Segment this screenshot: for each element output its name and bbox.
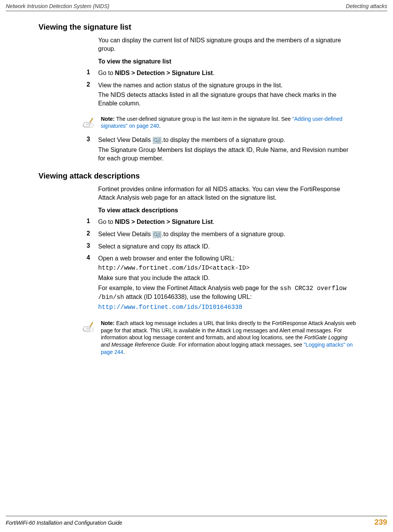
step-content: Open a web browser and enter the followi… [98,254,356,314]
step-text: View the names and action status of the … [98,81,356,90]
note-block: Note: Each attack log message includes a… [81,320,356,356]
header-left: Network Intrusion Detection System (NIDS… [6,3,109,9]
step-number: 2 [87,81,98,109]
header-rule [6,11,387,11]
step-text-fragment: Select View Details [98,137,152,143]
step-text-fragment: .to display the members of a signature g… [162,137,285,143]
step-number: 3 [87,242,98,251]
step-text-fragment: attack (ID 101646338), use the following… [124,294,252,300]
step-text: The NIDS detects attacks listed in all t… [98,91,356,107]
intro-paragraph: You can display the current list of NIDS… [98,36,356,53]
step-number: 1 [87,218,98,226]
view-details-icon [153,231,161,238]
nav-path: NIDS > Detection > Signature List [115,218,213,225]
note-body: For information about logging attack mes… [177,342,304,348]
header-right: Detecting attacks [346,3,387,9]
step-text: Open a web browser and enter the followi… [98,254,356,263]
step-content: Go to NIDS > Detection > Signature List. [98,218,356,226]
step-content: Go to NIDS > Detection > Signature List. [98,69,356,77]
step-row: 2 View the names and action status of th… [87,81,356,109]
step-row: 3 Select a signature and copy its attack… [87,242,356,251]
note-body: The user-defined signature group is the … [116,116,293,122]
step-number: 3 [87,136,98,164]
intro-paragraph: Fortinet provides online information for… [98,185,356,202]
step-row: 1 Go to NIDS > Detection > Signature Lis… [87,69,356,77]
note-icon [81,320,95,333]
svg-rect-1 [84,122,90,127]
step-row: 2 Select View Details .to display the me… [87,230,356,238]
step-text: For example, to view the Fortinet Attack… [98,284,356,302]
note-body: . [159,123,161,129]
step-content: Select a signature and copy its attack I… [98,242,356,251]
section-heading-signature-list: Viewing the signature list [38,23,356,32]
note-icon [81,115,95,128]
page-content: Viewing the signature list You can displ… [0,23,393,356]
step-row: 1 Go to NIDS > Detection > Signature Lis… [87,218,356,226]
step-text: Go to [98,218,115,225]
step-text: The Signature Group Members list display… [98,146,356,162]
section-heading-attack-descriptions: Viewing attack descriptions [38,172,356,180]
note-label: Note: [101,116,116,122]
page-number: 239 [375,518,387,527]
step-text: . [213,218,214,225]
page-footer: FortiWiFi-60 Installation and Configurat… [6,516,387,527]
svg-rect-18 [84,327,90,331]
nav-path: NIDS > Detection > Signature List [115,70,213,76]
note-label: Note: [101,320,116,326]
note-text: Note: The user-defined signature group i… [101,115,356,130]
step-text-fragment: For example, to view the Fortinet Attack… [98,285,280,291]
note-body: . [123,349,125,355]
footer-title: FortiWiFi-60 Installation and Configurat… [6,520,122,526]
step-text: Go to [98,70,115,76]
example-url-link[interactable]: http://www.fortinet.com/ids/ID101646338 [98,304,356,312]
step-content: View the names and action status of the … [98,81,356,109]
footer-row: FortiWiFi-60 Installation and Configurat… [6,518,387,527]
note-block: Note: The user-defined signature group i… [81,115,356,130]
step-text: Select View Details .to display the memb… [98,136,356,144]
footer-rule [6,516,387,516]
step-text-fragment: Select View Details [98,231,152,237]
step-text: Make sure that you include the attack ID… [98,274,356,282]
step-number: 4 [87,254,98,314]
step-text: . [213,70,214,76]
note-text: Note: Each attack log message includes a… [101,320,356,356]
step-content: Select View Details .to display the memb… [98,136,356,164]
step-row: 3 Select View Details .to display the me… [87,136,356,164]
step-number: 2 [87,230,98,238]
view-details-icon [153,137,161,144]
url-template: http://www.fortinet.com/ids/ID<attack-ID… [98,264,356,273]
procedure-heading: To view attack descriptions [98,207,356,214]
step-row: 4 Open a web browser and enter the follo… [87,254,356,314]
step-content: Select View Details .to display the memb… [98,230,356,238]
page-header: Network Intrusion Detection System (NIDS… [0,0,393,11]
step-number: 1 [87,69,98,77]
procedure-heading: To view the signature list [98,58,356,65]
step-text-fragment: .to display the members of a signature g… [162,231,285,237]
